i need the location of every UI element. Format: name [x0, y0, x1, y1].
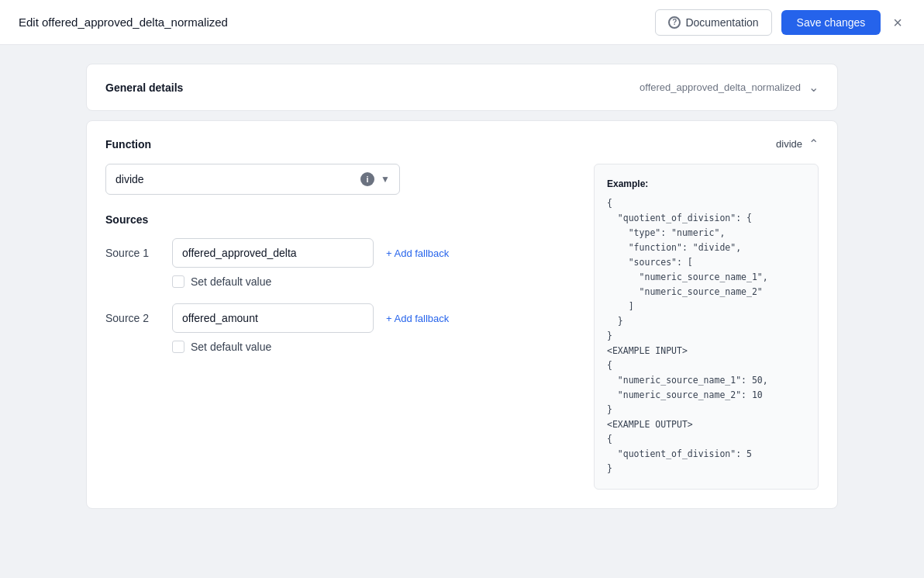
source1-input[interactable] — [172, 238, 374, 268]
source2-add-fallback[interactable]: + Add fallback — [386, 313, 449, 324]
source2-default-row: Set default value — [172, 341, 575, 353]
source2-default-label: Set default value — [191, 341, 271, 353]
example-panel: Example: { "quotient_of_division": { "ty… — [594, 164, 819, 490]
function-dropdown-value: divide — [116, 173, 144, 185]
function-section: Function divide ⌃ divide i ▼ — [86, 120, 838, 509]
general-details-value: offered_approved_delta_normalized — [640, 81, 801, 93]
sources-title: Sources — [105, 213, 575, 226]
general-details-title: General details — [105, 81, 183, 94]
example-panel-title: Example: — [607, 177, 805, 192]
function-section-title: Function — [105, 138, 151, 151]
source1-label: Source 1 — [105, 247, 160, 259]
documentation-label: Documentation — [685, 16, 758, 29]
source1-default-row: Set default value — [172, 275, 575, 288]
help-icon: ? — [668, 16, 681, 29]
function-section-right: divide ⌃ — [776, 137, 819, 151]
function-dropdown-left: divide — [116, 173, 144, 185]
source1-add-fallback[interactable]: + Add fallback — [386, 247, 449, 259]
close-button[interactable]: × — [890, 12, 905, 33]
function-dropdown-controls: i ▼ — [360, 172, 390, 186]
source1-default-label: Set default value — [191, 275, 271, 288]
general-details-right: offered_approved_delta_normalized ⌄ — [640, 80, 819, 95]
dropdown-arrow-icon: ▼ — [381, 174, 390, 185]
chevron-up-icon: ⌃ — [808, 137, 819, 151]
header: Edit offered_approved_delta_normalized ?… — [0, 0, 924, 45]
page-title: Edit offered_approved_delta_normalized — [19, 16, 228, 29]
documentation-button[interactable]: ? Documentation — [655, 9, 771, 36]
source1-row: Source 1 + Add fallback — [105, 238, 575, 268]
example-code: { "quotient_of_division": { "type": "num… — [607, 196, 805, 476]
header-actions: ? Documentation Save changes × — [655, 9, 905, 36]
source2-row: Source 2 + Add fallback — [105, 303, 575, 333]
save-changes-button[interactable]: Save changes — [781, 10, 881, 35]
function-left: divide i ▼ Sources Source 1 + Add fallba… — [105, 164, 575, 490]
info-icon: i — [360, 172, 374, 186]
general-details-header[interactable]: General details offered_approved_delta_n… — [87, 64, 837, 110]
source1-default-checkbox[interactable] — [172, 275, 184, 288]
chevron-down-icon: ⌄ — [808, 80, 819, 95]
source2-input[interactable] — [172, 303, 374, 333]
source2-default-checkbox[interactable] — [172, 341, 184, 353]
function-section-value: divide — [776, 138, 802, 150]
source2-label: Source 2 — [105, 312, 160, 324]
function-body: divide i ▼ Sources Source 1 + Add fallba… — [87, 164, 837, 508]
general-details-section: General details offered_approved_delta_n… — [86, 64, 838, 111]
main-content: General details offered_approved_delta_n… — [0, 45, 924, 578]
function-dropdown[interactable]: divide i ▼ — [105, 164, 400, 195]
function-section-header[interactable]: Function divide ⌃ — [87, 121, 837, 164]
